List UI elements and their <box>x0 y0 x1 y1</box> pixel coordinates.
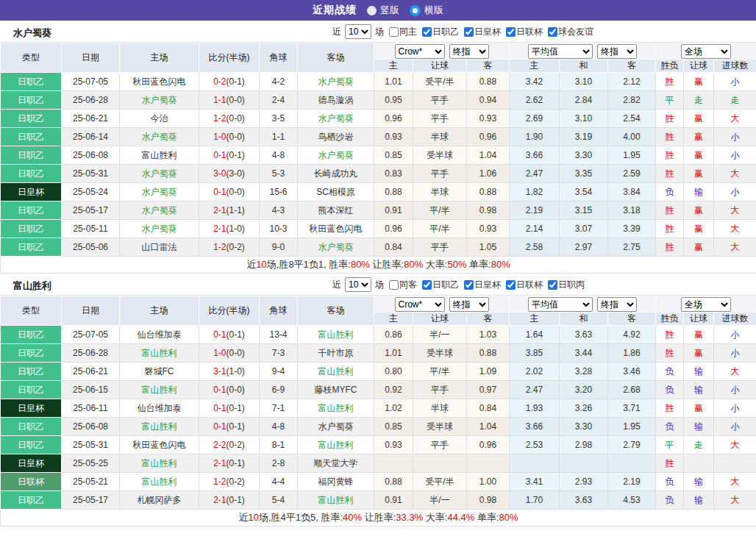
league-filter-2[interactable]: 日皇杯 <box>461 26 501 38</box>
away-team-link[interactable]: 富山胜利 <box>298 491 374 510</box>
league-filter-label: 日皇杯 <box>474 279 501 291</box>
league-checkbox-4[interactable] <box>548 27 557 37</box>
league-filter-1[interactable]: 日职乙 <box>419 279 459 291</box>
away-team-link[interactable]: 藤枝MYFC <box>298 381 374 399</box>
odds-source-select-2-2[interactable]: 终指 <box>597 297 637 312</box>
corner-cell: 7-1 <box>260 399 298 418</box>
same-venue-checkbox[interactable] <box>389 280 399 290</box>
odds-source-select-1-2[interactable]: 终指 <box>449 44 489 59</box>
home-team-link[interactable]: 水户蜀葵 <box>120 91 199 110</box>
league-checkbox-1[interactable] <box>422 27 432 37</box>
league-checkbox-4[interactable] <box>548 280 557 290</box>
radio-vertical-icon[interactable] <box>367 6 377 15</box>
table-header-row-1: 类型日期主场比分(半场)角球客场Crow*终指平均值终指全场 <box>1 43 756 60</box>
radio-vertical-option[interactable]: 竖版 <box>367 4 399 17</box>
away-team-link[interactable]: 水户蜀葵 <box>298 110 374 128</box>
odds-source-select-1-1[interactable]: Crow* <box>395 297 445 312</box>
league-filter-label: 日皇杯 <box>474 26 501 38</box>
same-venue-filter[interactable]: 同客 <box>386 279 417 291</box>
result-outcome: 胜 <box>656 454 684 473</box>
odds-source-select-2-2[interactable]: 终指 <box>597 44 637 59</box>
league-filter-1[interactable]: 日职乙 <box>419 26 459 38</box>
away-team-link[interactable]: 秋田蓝色闪电 <box>298 220 374 238</box>
summary-row: 近10场,胜8平1负1, 胜率:80% 让胜率:80% 大率:50% 单率:80… <box>1 257 756 274</box>
league-checkbox-3[interactable] <box>506 27 516 37</box>
home-team-link[interactable]: 富山胜利 <box>120 344 199 363</box>
away-team-link[interactable]: 富山胜利 <box>298 436 374 454</box>
home-team-link[interactable]: 秋田蓝色闪电 <box>120 436 199 454</box>
home-team-link[interactable]: 水户蜀葵 <box>120 165 199 183</box>
home-team-link[interactable]: 磐城FC <box>120 363 199 381</box>
away-team-link[interactable]: 千叶市原 <box>298 344 374 363</box>
league-filter-2[interactable]: 日皇杯 <box>461 279 501 291</box>
away-team-link[interactable]: 鸟栖沙岩 <box>298 128 374 146</box>
home-team-link[interactable]: 札幌冈萨多 <box>120 491 199 510</box>
home-team-link[interactable]: 秋田蓝色闪电 <box>120 73 199 91</box>
home-team-link[interactable]: 山口雷法 <box>120 238 199 257</box>
home-team-link[interactable]: 水户蜀葵 <box>120 220 199 238</box>
result-goals: 大 <box>714 238 756 257</box>
odds-away: 0.93 <box>467 220 510 238</box>
league-filter-label: 日联杯 <box>516 279 543 291</box>
away-team-link[interactable]: 富山胜利 <box>298 363 374 381</box>
odds-source-select-2-1[interactable]: 平均值 <box>528 44 593 59</box>
league-checkbox-2[interactable] <box>464 27 474 37</box>
away-team-link[interactable]: 熊本深红 <box>298 201 374 220</box>
odds-source-select-1-2[interactable]: 终指 <box>449 297 489 312</box>
home-team-link[interactable]: 富山胜利 <box>120 454 199 473</box>
league-checkbox-2[interactable] <box>464 280 474 290</box>
match-type-badge: 日职乙 <box>1 128 62 146</box>
odds-home: 0.91 <box>374 201 413 220</box>
odds-source-select-2-1[interactable]: 平均值 <box>528 297 593 312</box>
away-team-link[interactable]: 水户蜀葵 <box>298 73 374 91</box>
league-filter-3[interactable]: 日联杯 <box>503 279 543 291</box>
halftime-score: (1-0) <box>227 366 245 376</box>
home-team-link[interactable]: 仙台维加泰 <box>120 326 199 344</box>
away-team-link[interactable]: 水户蜀葵 <box>298 146 374 165</box>
league-filter-4[interactable]: 日职丙 <box>545 279 585 291</box>
same-venue-checkbox[interactable] <box>389 27 399 37</box>
home-team-link[interactable]: 富山胜利 <box>120 146 199 165</box>
away-team-link[interactable]: 顺天堂大学 <box>298 454 374 473</box>
home-team-link[interactable]: 今治 <box>120 110 199 128</box>
away-team-link[interactable]: 富山胜利 <box>298 326 374 344</box>
league-filter-3[interactable]: 日联杯 <box>503 26 543 38</box>
score-cell: 1-1(0-0) <box>199 91 260 110</box>
home-team-link[interactable]: 富山胜利 <box>120 381 199 399</box>
league-checkbox-3[interactable] <box>506 280 516 290</box>
score-cell: 0-2(0-1) <box>199 73 260 91</box>
away-team-link[interactable]: 长崎成功丸 <box>298 165 374 183</box>
avg-away: 2.75 <box>608 238 656 257</box>
near-label: 近 <box>332 26 341 38</box>
away-team-link[interactable]: 水户蜀葵 <box>298 238 374 257</box>
recent-count-select[interactable]: 10 <box>345 24 371 39</box>
home-team-link[interactable]: 仙台维加泰 <box>120 399 199 418</box>
radio-horizontal-icon[interactable] <box>410 5 421 16</box>
matches-label: 场 <box>375 26 384 38</box>
radio-horizontal-option[interactable]: 横版 <box>410 4 443 17</box>
recent-count-select[interactable]: 10 <box>345 277 371 292</box>
match-date: 25-07-05 <box>62 73 120 91</box>
home-team-link[interactable]: 水户蜀葵 <box>120 201 199 220</box>
avg-draw: 3.30 <box>560 418 608 436</box>
away-team-link[interactable]: 水户蜀葵 <box>298 418 374 436</box>
avg-draw: 3.63 <box>560 491 608 510</box>
fulltime-score: 0-1 <box>213 150 226 160</box>
home-team-link[interactable]: 水户蜀葵 <box>120 183 199 201</box>
home-team-link[interactable]: 富山胜利 <box>120 418 199 436</box>
odds-source-select-1-1[interactable]: Crow* <box>395 44 445 59</box>
avg-away: 3.39 <box>608 220 656 238</box>
odds-source-select-3-1[interactable]: 全场 <box>681 297 731 312</box>
same-venue-filter[interactable]: 同主 <box>386 26 417 38</box>
away-team-link[interactable]: 德岛漩涡 <box>298 91 374 110</box>
odds-source-select-3-1[interactable]: 全场 <box>681 44 731 59</box>
avg-draw <box>560 454 608 473</box>
home-team-link[interactable]: 水户蜀葵 <box>120 128 199 146</box>
away-team-link[interactable]: 富山胜利 <box>298 399 374 418</box>
league-filter-4[interactable]: 球会友谊 <box>545 26 593 38</box>
home-team-link[interactable]: 富山胜利 <box>120 473 199 491</box>
fulltime-score: 2-1 <box>213 495 226 505</box>
away-team-link[interactable]: 福冈黄蜂 <box>298 473 374 491</box>
league-checkbox-1[interactable] <box>422 280 432 290</box>
away-team-link[interactable]: SC相模原 <box>298 183 374 201</box>
